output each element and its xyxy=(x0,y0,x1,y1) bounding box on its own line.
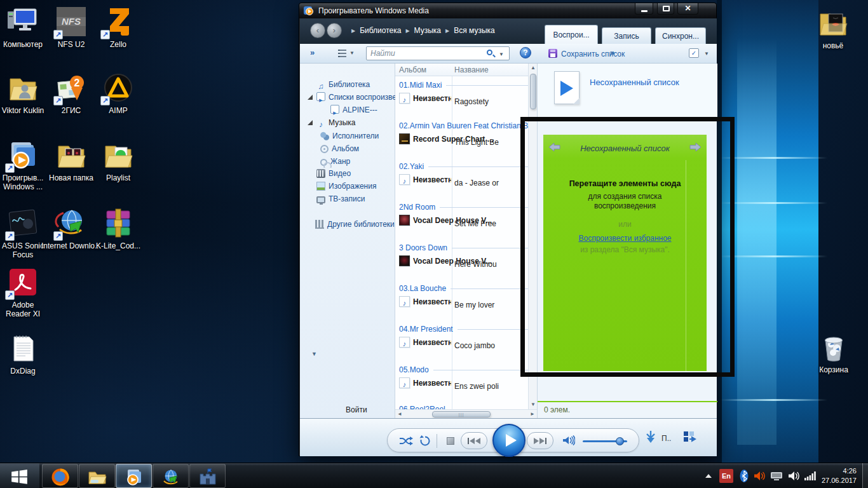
group-artist[interactable]: 02.Yaki xyxy=(399,162,424,171)
playlist-toggle-label[interactable]: П.. xyxy=(661,434,671,443)
track-title[interactable]: Ens zwei poli xyxy=(454,382,499,391)
album-name[interactable]: Неизвестный диск xyxy=(413,175,451,184)
scrollbar-thumb[interactable]: ||| xyxy=(432,411,491,417)
volume-thumb[interactable] xyxy=(616,437,624,445)
tab-burn[interactable]: Запись xyxy=(602,27,651,44)
desktop-icon-novyo[interactable]: новьё xyxy=(803,6,864,50)
desktop-icon-dxdiag[interactable]: DxDiag xyxy=(0,332,53,376)
view-options-dropdown-icon[interactable] xyxy=(349,50,355,56)
album-name[interactable]: Неизвестный диск xyxy=(413,338,451,347)
desktop-icon-aimp[interactable]: AIMP xyxy=(88,71,149,115)
sidebar-item-pictures[interactable]: Изображения xyxy=(300,180,395,193)
column-title[interactable]: Название xyxy=(454,65,489,74)
sign-in-button[interactable]: Войти xyxy=(346,405,367,414)
track-group[interactable]: 01.Midi Maxi Неизвестный диск Ragostety xyxy=(395,80,537,121)
track-group[interactable]: 03.La Bouche Неизвестный диск Be my love… xyxy=(395,283,537,324)
group-artist[interactable]: 01.Midi Maxi xyxy=(399,81,442,90)
sidebar-collapse-icon[interactable] xyxy=(311,351,317,357)
album-name[interactable]: Неизвестный диск xyxy=(413,94,451,103)
track-title[interactable]: Ragostety xyxy=(454,97,489,106)
desktop-icon-playlist[interactable]: Playlist xyxy=(88,139,149,182)
scroll-down-icon[interactable]: ▼ xyxy=(529,400,537,409)
desktop-icon-adobe[interactable]: Adobe Reader XI xyxy=(0,266,53,318)
taskbar-firefox-button[interactable] xyxy=(42,464,78,488)
taskbar-wmp-button[interactable] xyxy=(116,464,152,488)
close-button[interactable] xyxy=(677,3,698,15)
speaker-icon[interactable] xyxy=(788,471,799,481)
save-list-button[interactable]: Сохранить список xyxy=(561,50,625,58)
album-name[interactable]: Неизвестный диск xyxy=(413,297,451,306)
start-button[interactable] xyxy=(0,463,39,488)
track-title[interactable]: da - Jease or xyxy=(454,179,499,187)
titlebar[interactable]: Проигрыватель Windows Media xyxy=(299,3,716,18)
scrollbar-thumb[interactable] xyxy=(530,74,536,109)
track-group[interactable]: 2Nd Room Vocal Deep House V... Set Me Fr… xyxy=(395,202,537,243)
toolbar-overflow-left[interactable]: » xyxy=(310,48,315,57)
breadcrumb-library[interactable]: Библиотека xyxy=(360,26,401,35)
track-title[interactable]: Coco jambo xyxy=(454,341,495,350)
taskbar-explorer-button[interactable] xyxy=(79,464,115,488)
mute-button[interactable] xyxy=(562,435,575,445)
play-button[interactable] xyxy=(492,424,526,457)
hidden-icons-chevron[interactable] xyxy=(705,474,712,478)
toolbar-overflow-right[interactable]: » xyxy=(610,48,614,57)
volume-slider[interactable] xyxy=(583,440,627,442)
group-artist[interactable]: 03.La Bouche xyxy=(399,284,446,293)
tab-play[interactable]: Воспрои... xyxy=(545,25,598,44)
horizontal-scrollbar[interactable]: ◄ ||| ► xyxy=(395,409,537,418)
previous-button[interactable] xyxy=(461,432,487,449)
bluetooth-icon[interactable] xyxy=(740,469,749,483)
maximize-button[interactable] xyxy=(657,3,674,15)
track-group[interactable]: 3 Doors Down Vocal Deep House V... Here … xyxy=(395,243,537,283)
track-title[interactable]: Be my lover xyxy=(454,301,494,309)
group-artist[interactable]: 2Nd Room xyxy=(399,203,435,212)
sidebar-item-album[interactable]: Альбом xyxy=(300,142,395,155)
minimize-button[interactable] xyxy=(635,3,653,15)
expander-icon[interactable] xyxy=(308,120,313,125)
tab-sync[interactable]: Синхрон... xyxy=(655,27,706,44)
expander-icon[interactable] xyxy=(308,95,313,100)
sidebar-item-library[interactable]: Библиотека xyxy=(300,78,395,91)
sidebar-item-alpine[interactable]: ALPINE--- xyxy=(300,104,395,116)
next-button[interactable] xyxy=(527,432,553,449)
shuffle-button[interactable] xyxy=(399,436,413,446)
sidebar-item-other-libraries[interactable]: Другие библиотеки xyxy=(300,218,395,231)
taskbar-idm-button[interactable] xyxy=(153,464,189,488)
column-album[interactable]: Альбом xyxy=(399,65,426,74)
breadcrumb-all-music[interactable]: Вся музыка xyxy=(454,26,495,35)
now-playing-button[interactable] xyxy=(683,431,697,442)
sidebar-item-playlists[interactable]: Списки воспроизведения xyxy=(300,91,395,104)
language-indicator[interactable]: En xyxy=(719,469,733,483)
track-title[interactable]: Here Withou xyxy=(454,260,497,269)
list-options-icon[interactable] xyxy=(689,48,699,58)
desktop-icon-zello[interactable]: Zello xyxy=(88,5,149,49)
track-group[interactable]: 05.Modo Неизвестный диск Ens zwei poli xyxy=(395,365,537,405)
track-title[interactable]: Set Me Free xyxy=(454,219,496,228)
save-icon[interactable] xyxy=(548,49,557,58)
desktop-icon-recycle-bin[interactable]: Корзина xyxy=(803,330,864,374)
scroll-up-icon[interactable]: ▲ xyxy=(529,64,537,72)
sidebar-item-tv[interactable]: ТВ-записи xyxy=(300,193,395,205)
breadcrumb-music[interactable]: Музыка xyxy=(414,26,441,35)
repeat-button[interactable] xyxy=(419,435,431,446)
sidebar-item-video[interactable]: Видео xyxy=(300,167,395,180)
search-dropdown-icon[interactable] xyxy=(499,51,504,57)
search-icon[interactable] xyxy=(487,50,492,55)
clock[interactable]: 4:26 27.06.2017 xyxy=(822,466,857,485)
dock-list-button[interactable] xyxy=(645,430,656,444)
group-artist[interactable]: 04.Mr President xyxy=(399,325,453,334)
forward-button[interactable]: › xyxy=(327,23,342,38)
track-group[interactable]: 02.Yaki Неизвестный диск da - Jease or xyxy=(395,161,537,202)
search-input[interactable] xyxy=(370,48,472,59)
track-group[interactable]: 04.Mr President Неизвестный диск Coco ja… xyxy=(395,324,537,365)
display-icon[interactable] xyxy=(770,471,783,481)
view-options-icon[interactable] xyxy=(338,50,346,57)
sidebar-item-artist[interactable]: Исполнители xyxy=(300,130,395,142)
taskbar-defender-button[interactable] xyxy=(189,464,226,488)
network-signal-icon[interactable] xyxy=(804,471,816,480)
album-name[interactable]: Неизвестный диск xyxy=(413,379,451,388)
volume-app-icon[interactable] xyxy=(754,471,765,481)
back-button[interactable]: ‹ xyxy=(310,23,325,38)
list-options-dropdown-icon[interactable] xyxy=(704,51,709,57)
scroll-right-icon[interactable]: ► xyxy=(528,410,537,418)
